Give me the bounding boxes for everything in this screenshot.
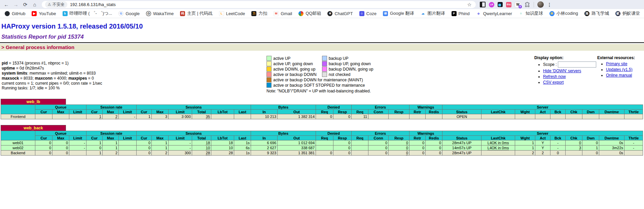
bookmark-wakatime[interactable]: ◷WakaTime [146,11,174,16]
cell-conn [368,114,389,119]
bookmark-chatgpt[interactable]: ✳ChatGPT [327,11,353,16]
bookmark-xiaolin-coding[interactable]: 林小林coding [549,10,578,16]
address-bar[interactable]: ⚠ 不安全 192.168.6.131/ha_stats ☆ [42,1,476,8]
cell-max: 0 [52,145,69,151]
group-header: Sessions [137,105,251,110]
tooltip-value[interactable]: 0 [406,146,408,150]
tooltip-value[interactable]: 0 [579,141,581,145]
legend-swatch [266,83,272,88]
legend-swatch [322,67,327,72]
url-text[interactable]: 192.168.6.131/ha_stats [70,2,116,7]
reload-button[interactable]: ⟳ [21,1,30,8]
scope-input[interactable] [558,61,596,68]
column-header: Limit [69,110,86,114]
cell-retr [409,114,426,119]
tooltip-value[interactable]: 10 [206,146,210,150]
tooltip-value[interactable]: 0 [406,141,408,145]
legend-label: active UP [272,56,321,61]
tooltip-value[interactable]: L4OK in 0ms [488,146,509,150]
security-label: 不安全 [52,2,65,7]
bookmark-youtube[interactable]: ▶YouTube [32,11,56,16]
bookmark-gmail[interactable]: MGmail [274,11,292,16]
column-header: Out [278,110,316,114]
proxy-title-web_lb[interactable]: web_lb [1,99,66,104]
bookmark-luffycity[interactable]: 路路飞学城 [584,10,609,16]
forward-button[interactable]: → [11,1,20,8]
cell-dwn: 0 [582,140,599,145]
tooltip-value[interactable]: 28 [206,151,210,155]
tooltip-value[interactable]: 3 [579,146,581,150]
display-option-link-2[interactable]: CSV export [543,80,564,85]
codewar-home-favicon-icon: 码 [180,11,185,16]
tooltip-value[interactable]: 18 [206,141,210,145]
column-header: Wght [515,136,535,140]
bookmark-image-translate[interactable]: ☁图片翻译 [421,10,445,16]
home-button[interactable]: ⌂ [30,1,39,8]
extension-w-icon[interactable]: W 6 [515,2,521,8]
github-favicon-icon [5,11,10,16]
column-header: Dwn [582,110,599,114]
column-header: Req [316,110,333,114]
external-resource-link-2[interactable]: Online manual [606,73,632,78]
tooltip-value[interactable]: 35 [206,115,210,119]
bookmark-codewar-home[interactable]: 码主页 | 代码战 [180,10,213,16]
column-header: Status [442,110,481,114]
column-header: LastChk [481,136,515,140]
bookmark-google[interactable]: GGoogle [118,11,140,16]
column-header: Redis [426,136,442,140]
proxy-table-web_lb: QueueSession rateSessionsBytesDeniedErro… [1,104,643,119]
cell-limit [69,151,86,156]
column-header: Limit [169,136,192,140]
side-panel-icon[interactable] [480,2,486,7]
column-header: Wght [515,110,535,114]
tooltip-value[interactable]: 0 [406,151,408,155]
bookmark-mayikt[interactable]: 蚁蚂蚁课堂 [615,10,640,16]
cell-total: 10 [192,145,211,151]
cell-retr: 0 [409,151,426,156]
bookmark-coze[interactable]: ☺Coze [359,11,377,16]
bookmark-zsxq[interactable]: ○知识星球 [518,10,543,16]
cell-lbtot: 10 [211,145,234,151]
cell-redis: 0 [426,145,442,151]
back-button[interactable]: ← [2,1,11,8]
process-info-line: Running tasks: 1/7; idle = 100 % [2,86,102,91]
bookmark-bilibili[interactable]: b哔哩哔哩 ( ゜- ゜)つ... [63,10,112,16]
bookmark-github[interactable]: GitHub [5,11,25,16]
bookmark-google-translate[interactable]: 译Google 翻译 [383,10,414,16]
bookmark-leetcode[interactable]: LLeetCode [219,11,245,16]
group-header: Bytes [251,105,316,110]
bookmark-likou[interactable]: 力力扣 [251,10,267,16]
proxy-title-web_back[interactable]: web_back [1,125,66,131]
tooltip-value[interactable]: L4OK in 0ms [488,141,509,145]
status-legend: active UPbackup UPactive UP, going downb… [266,55,379,93]
bookmark-qwertylearner[interactable]: ◆QwertyLearner [476,11,512,16]
haproxy-version-title[interactable]: HAProxy version 1.5.18, released 2016/05… [1,23,644,30]
security-chip[interactable]: ⚠ 不安全 [45,1,67,8]
cell-thrtle: - [624,145,643,151]
extension-lr-icon[interactable]: LR [489,2,494,7]
tooltip-value[interactable]: 1 [99,115,101,119]
extension-blue-icon[interactable] [498,2,503,7]
cell-act [535,114,550,119]
bookmark-phind[interactable]: PPhind [452,11,470,16]
profile-avatar[interactable] [537,1,544,8]
cell-cur: 1 [86,114,103,119]
display-options-list: Scope : Hide 'DOWN' serversRefresh nowCS… [534,61,596,85]
cell-limit: - [169,145,192,151]
bookmark-star-icon[interactable]: ☆ [466,2,472,8]
extension-translate-icon[interactable]: 中A [506,2,511,7]
menu-kebab-icon[interactable]: ⋮ [547,2,552,7]
display-option-link-1[interactable]: Refresh now [543,74,566,79]
legend-label: backup UP [328,56,378,61]
extensions-puzzle-icon[interactable] [524,2,530,8]
display-option-link-0[interactable]: Hide 'DOWN' servers [543,69,581,73]
cell-status: 28m47s UP [442,140,481,145]
cell-out: 1 351 381 [278,151,316,156]
cell-wght: 1 [515,145,535,151]
bookmark-qqmail[interactable]: QQ邮箱 [298,10,321,16]
column-header: LastChk [481,110,515,114]
tooltip-value[interactable]: 2 [115,115,117,119]
external-resource-link-1[interactable]: Updates (v1.5) [606,67,633,72]
external-resource-link-0[interactable]: Primary site [606,61,627,66]
chatgpt-favicon-icon: ✳ [327,11,332,16]
